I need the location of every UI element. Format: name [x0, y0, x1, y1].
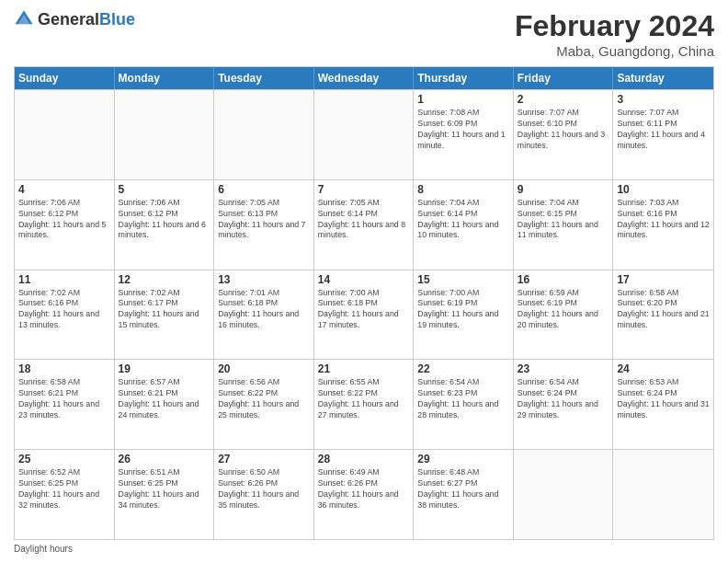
footer: Daylight hours	[14, 544, 714, 554]
calendar-header: SundayMondayTuesdayWednesdayThursdayFrid…	[15, 67, 713, 89]
day-number: 28	[318, 453, 410, 465]
day-info: Sunrise: 6:54 AM Sunset: 6:24 PM Dayligh…	[518, 377, 609, 421]
day-number: 6	[218, 183, 310, 196]
logo-blue: Blue	[99, 10, 135, 29]
day-info: Sunrise: 6:58 AM Sunset: 6:21 PM Dayligh…	[18, 377, 110, 421]
day-info: Sunrise: 6:53 AM Sunset: 6:24 PM Dayligh…	[617, 377, 710, 421]
cal-header-cell: Tuesday	[214, 67, 314, 89]
cal-cell	[514, 450, 614, 539]
day-info: Sunrise: 7:06 AM Sunset: 6:12 PM Dayligh…	[119, 198, 210, 242]
day-number: 27	[218, 453, 310, 465]
day-info: Sunrise: 7:02 AM Sunset: 6:17 PM Dayligh…	[119, 288, 210, 332]
day-number: 9	[518, 183, 609, 196]
day-info: Sunrise: 7:08 AM Sunset: 6:09 PM Dayligh…	[417, 108, 509, 152]
day-number: 25	[18, 453, 110, 465]
day-number: 12	[119, 273, 210, 286]
title-area: February 2024 Maba, Guangdong, China	[515, 9, 714, 59]
cal-header-cell: Wednesday	[314, 67, 415, 89]
day-info: Sunrise: 7:00 AM Sunset: 6:19 PM Dayligh…	[417, 288, 509, 332]
logo-icon	[14, 9, 34, 29]
cal-cell: 24Sunrise: 6:53 AM Sunset: 6:24 PM Dayli…	[613, 360, 713, 449]
day-number: 20	[218, 362, 310, 375]
footer-label: Daylight hours	[14, 544, 73, 554]
header: GeneralBlue February 2024 Maba, Guangdon…	[14, 9, 714, 59]
cal-row: 4Sunrise: 7:06 AM Sunset: 6:12 PM Daylig…	[15, 179, 713, 270]
day-number: 15	[417, 273, 509, 286]
cal-cell: 1Sunrise: 7:08 AM Sunset: 6:09 PM Daylig…	[414, 90, 514, 179]
cal-cell: 16Sunrise: 6:59 AM Sunset: 6:19 PM Dayli…	[514, 270, 614, 360]
cal-cell: 6Sunrise: 7:05 AM Sunset: 6:13 PM Daylig…	[214, 180, 314, 270]
cal-cell: 3Sunrise: 7:07 AM Sunset: 6:11 PM Daylig…	[613, 90, 713, 179]
calendar-body: 1Sunrise: 7:08 AM Sunset: 6:09 PM Daylig…	[15, 89, 713, 539]
day-number: 18	[18, 362, 110, 375]
cal-header-cell: Friday	[514, 67, 614, 89]
cal-cell: 9Sunrise: 7:04 AM Sunset: 6:15 PM Daylig…	[514, 180, 614, 270]
day-info: Sunrise: 7:07 AM Sunset: 6:10 PM Dayligh…	[518, 108, 609, 152]
calendar: SundayMondayTuesdayWednesdayThursdayFrid…	[14, 66, 714, 540]
cal-cell: 2Sunrise: 7:07 AM Sunset: 6:10 PM Daylig…	[514, 90, 614, 179]
cal-cell: 20Sunrise: 6:56 AM Sunset: 6:22 PM Dayli…	[214, 360, 314, 449]
cal-cell	[613, 450, 713, 539]
cal-row: 25Sunrise: 6:52 AM Sunset: 6:25 PM Dayli…	[15, 449, 713, 539]
day-info: Sunrise: 7:04 AM Sunset: 6:14 PM Dayligh…	[417, 198, 509, 242]
day-number: 16	[518, 273, 609, 286]
cal-cell: 7Sunrise: 7:05 AM Sunset: 6:14 PM Daylig…	[314, 180, 415, 270]
day-number: 23	[518, 362, 609, 375]
logo-text: GeneralBlue	[38, 10, 135, 29]
cal-header-cell: Thursday	[414, 67, 514, 89]
cal-cell: 10Sunrise: 7:03 AM Sunset: 6:16 PM Dayli…	[613, 180, 713, 270]
day-number: 10	[617, 183, 710, 196]
day-info: Sunrise: 6:52 AM Sunset: 6:25 PM Dayligh…	[18, 467, 110, 511]
cal-cell: 4Sunrise: 7:06 AM Sunset: 6:12 PM Daylig…	[15, 180, 115, 270]
logo: GeneralBlue	[14, 9, 135, 29]
day-number: 29	[417, 453, 509, 465]
cal-cell: 28Sunrise: 6:49 AM Sunset: 6:26 PM Dayli…	[314, 450, 415, 539]
day-number: 13	[218, 273, 310, 286]
day-number: 3	[617, 93, 710, 106]
day-number: 17	[617, 273, 710, 286]
day-number: 22	[417, 362, 509, 375]
day-info: Sunrise: 6:50 AM Sunset: 6:26 PM Dayligh…	[218, 467, 310, 511]
cal-cell: 19Sunrise: 6:57 AM Sunset: 6:21 PM Dayli…	[115, 360, 215, 449]
cal-cell: 25Sunrise: 6:52 AM Sunset: 6:25 PM Dayli…	[15, 450, 115, 539]
day-info: Sunrise: 7:02 AM Sunset: 6:16 PM Dayligh…	[18, 288, 110, 332]
day-number: 8	[417, 183, 509, 196]
day-info: Sunrise: 6:48 AM Sunset: 6:27 PM Dayligh…	[417, 467, 509, 511]
cal-cell: 15Sunrise: 7:00 AM Sunset: 6:19 PM Dayli…	[414, 270, 514, 360]
day-info: Sunrise: 7:01 AM Sunset: 6:18 PM Dayligh…	[218, 288, 310, 332]
cal-cell	[115, 90, 215, 179]
cal-cell: 21Sunrise: 6:55 AM Sunset: 6:22 PM Dayli…	[314, 360, 415, 449]
cal-cell: 8Sunrise: 7:04 AM Sunset: 6:14 PM Daylig…	[414, 180, 514, 270]
day-info: Sunrise: 6:55 AM Sunset: 6:22 PM Dayligh…	[318, 377, 410, 421]
cal-cell: 27Sunrise: 6:50 AM Sunset: 6:26 PM Dayli…	[214, 450, 314, 539]
cal-row: 1Sunrise: 7:08 AM Sunset: 6:09 PM Daylig…	[15, 89, 713, 179]
location: Maba, Guangdong, China	[515, 43, 714, 59]
cal-cell: 18Sunrise: 6:58 AM Sunset: 6:21 PM Dayli…	[15, 360, 115, 449]
day-info: Sunrise: 6:54 AM Sunset: 6:23 PM Dayligh…	[417, 377, 509, 421]
day-info: Sunrise: 7:00 AM Sunset: 6:18 PM Dayligh…	[318, 288, 410, 332]
cal-cell	[15, 90, 115, 179]
day-number: 21	[318, 362, 410, 375]
cal-header-cell: Sunday	[15, 67, 115, 89]
cal-cell: 12Sunrise: 7:02 AM Sunset: 6:17 PM Dayli…	[115, 270, 215, 360]
day-number: 11	[18, 273, 110, 286]
cal-row: 11Sunrise: 7:02 AM Sunset: 6:16 PM Dayli…	[15, 270, 713, 360]
cal-row: 18Sunrise: 6:58 AM Sunset: 6:21 PM Dayli…	[15, 359, 713, 449]
day-info: Sunrise: 7:07 AM Sunset: 6:11 PM Dayligh…	[617, 108, 710, 152]
cal-cell	[314, 90, 415, 179]
day-info: Sunrise: 7:05 AM Sunset: 6:13 PM Dayligh…	[218, 198, 310, 242]
day-info: Sunrise: 6:59 AM Sunset: 6:19 PM Dayligh…	[518, 288, 609, 332]
month-year: February 2024	[515, 9, 714, 43]
day-info: Sunrise: 7:04 AM Sunset: 6:15 PM Dayligh…	[518, 198, 609, 242]
day-number: 26	[119, 453, 210, 465]
cal-cell: 17Sunrise: 6:58 AM Sunset: 6:20 PM Dayli…	[613, 270, 713, 360]
day-info: Sunrise: 6:51 AM Sunset: 6:25 PM Dayligh…	[119, 467, 210, 511]
day-number: 2	[518, 93, 609, 106]
cal-cell: 5Sunrise: 7:06 AM Sunset: 6:12 PM Daylig…	[115, 180, 215, 270]
day-number: 1	[417, 93, 509, 106]
day-number: 14	[318, 273, 410, 286]
day-info: Sunrise: 6:56 AM Sunset: 6:22 PM Dayligh…	[218, 377, 310, 421]
cal-header-cell: Saturday	[613, 67, 713, 89]
cal-cell: 29Sunrise: 6:48 AM Sunset: 6:27 PM Dayli…	[414, 450, 514, 539]
day-info: Sunrise: 7:05 AM Sunset: 6:14 PM Dayligh…	[318, 198, 410, 242]
